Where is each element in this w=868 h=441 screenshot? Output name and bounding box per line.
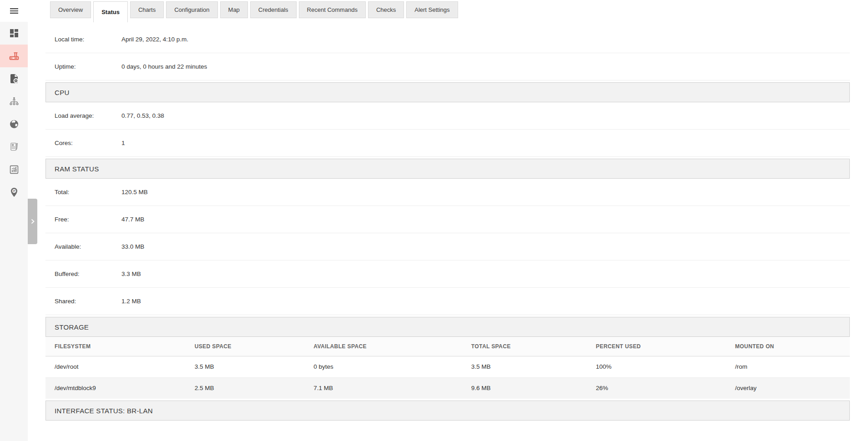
sidebar-nav: IP — [0, 22, 28, 204]
tab-bar: Overview Status Charts Configuration Map… — [45, 1, 850, 22]
cell-mounted-on: /overlay — [726, 377, 850, 399]
sidebar-header — [0, 0, 28, 22]
sitemap-icon — [9, 96, 20, 107]
cores-label: Cores: — [45, 140, 121, 146]
ram-available-value: 33.0 MB — [121, 243, 850, 250]
tab-configuration[interactable]: Configuration — [166, 1, 217, 18]
sidebar-item-map-pin[interactable]: IP — [0, 181, 28, 204]
sidebar-item-file-gear[interactable] — [0, 67, 28, 90]
file-gear-icon — [9, 73, 20, 84]
ram-shared-value: 1.2 MB — [121, 298, 850, 305]
tab-map[interactable]: Map — [220, 1, 248, 18]
storage-table-header-row: FILESYSTEM USED SPACE AVAILABLE SPACE TO… — [45, 337, 850, 356]
ram-free-row: Free: 47.7 MB — [45, 206, 850, 233]
dashboard-icon — [9, 28, 20, 39]
cores-value: 1 — [121, 140, 850, 146]
section-header-cpu: CPU — [45, 82, 850, 102]
ram-buffered-label: Buffered: — [45, 271, 121, 277]
tab-charts[interactable]: Charts — [130, 1, 164, 18]
tab-checks[interactable]: Checks — [368, 1, 404, 18]
storage-table: FILESYSTEM USED SPACE AVAILABLE SPACE TO… — [45, 337, 850, 399]
tab-recent-commands[interactable]: Recent Commands — [299, 1, 366, 18]
ram-total-row: Total: 120.5 MB — [45, 179, 850, 206]
ram-total-label: Total: — [45, 189, 121, 195]
cell-percent-used: 26% — [587, 377, 726, 399]
sidebar-item-dashboard[interactable] — [0, 22, 28, 45]
status-panel: Local time: April 29, 2022, 4:10 p.m. Up… — [45, 26, 850, 421]
notebook-icon — [9, 141, 20, 152]
cell-filesystem: /dev/mtdblock9 — [45, 377, 186, 399]
col-percent-used: PERCENT USED — [587, 337, 726, 356]
bar-chart-icon — [9, 164, 20, 175]
ram-free-value: 47.7 MB — [121, 216, 850, 223]
col-total-space: TOTAL SPACE — [462, 337, 587, 356]
col-used-space: USED SPACE — [186, 337, 305, 356]
ram-available-label: Available: — [45, 243, 121, 250]
router-icon — [9, 50, 20, 61]
tab-overview[interactable]: Overview — [50, 1, 91, 18]
cell-available-space: 0 bytes — [304, 356, 462, 377]
globe-icon — [9, 119, 20, 130]
sidebar-expand-handle[interactable] — [28, 199, 37, 244]
cell-total-space: 3.5 MB — [462, 356, 587, 377]
cell-mounted-on: /rom — [726, 356, 850, 377]
cell-available-space: 7.1 MB — [304, 377, 462, 399]
section-header-interface-br-lan: INTERFACE STATUS: BR-LAN — [45, 401, 850, 421]
sidebar-item-sitemap[interactable] — [0, 90, 28, 113]
tab-status[interactable]: Status — [93, 1, 128, 22]
load-average-row: Load average: 0.77, 0.53, 0.38 — [45, 102, 850, 130]
ram-total-value: 120.5 MB — [121, 189, 850, 195]
ram-shared-row: Shared: 1.2 MB — [45, 288, 850, 315]
load-average-value: 0.77, 0.53, 0.38 — [121, 112, 850, 119]
menu-icon — [9, 5, 20, 16]
sidebar-item-notebook[interactable] — [0, 135, 28, 158]
cell-filesystem: /dev/root — [45, 356, 186, 377]
uptime-label: Uptime: — [45, 63, 121, 70]
map-pin-icon: IP — [9, 187, 20, 198]
cell-used-space: 2.5 MB — [186, 377, 305, 399]
col-filesystem: FILESYSTEM — [45, 337, 186, 356]
cell-used-space: 3.5 MB — [186, 356, 305, 377]
section-header-storage: STORAGE — [45, 317, 850, 337]
section-header-ram: RAM STATUS — [45, 159, 850, 179]
sidebar: IP — [0, 0, 28, 441]
cell-percent-used: 100% — [587, 356, 726, 377]
storage-row-dev-root: /dev/root 3.5 MB 0 bytes 3.5 MB 100% /ro… — [45, 356, 850, 377]
local-time-value: April 29, 2022, 4:10 p.m. — [121, 36, 850, 43]
uptime-row: Uptime: 0 days, 0 hours and 22 minutes — [45, 53, 850, 80]
ram-available-row: Available: 33.0 MB — [45, 233, 850, 261]
sidebar-item-chart[interactable] — [0, 158, 28, 181]
hamburger-menu-button[interactable] — [5, 2, 23, 20]
ram-free-label: Free: — [45, 216, 121, 223]
ram-shared-label: Shared: — [45, 298, 121, 305]
svg-text:IP: IP — [13, 190, 15, 192]
chevron-right-icon — [30, 218, 35, 225]
local-time-row: Local time: April 29, 2022, 4:10 p.m. — [45, 26, 850, 53]
tab-alert-settings[interactable]: Alert Settings — [406, 1, 458, 18]
ram-buffered-row: Buffered: 3.3 MB — [45, 261, 850, 288]
col-available-space: AVAILABLE SPACE — [304, 337, 462, 356]
main-content: Overview Status Charts Configuration Map… — [45, 0, 850, 421]
sidebar-item-globe[interactable] — [0, 113, 28, 135]
load-average-label: Load average: — [45, 112, 121, 119]
cell-total-space: 9.6 MB — [462, 377, 587, 399]
ram-buffered-value: 3.3 MB — [121, 271, 850, 277]
col-mounted-on: MOUNTED ON — [726, 337, 850, 356]
cores-row: Cores: 1 — [45, 130, 850, 157]
sidebar-item-router[interactable] — [0, 45, 28, 67]
uptime-value: 0 days, 0 hours and 22 minutes — [121, 63, 850, 70]
local-time-label: Local time: — [45, 36, 121, 43]
tab-credentials[interactable]: Credentials — [250, 1, 297, 18]
storage-row-dev-mtdblock9: /dev/mtdblock9 2.5 MB 7.1 MB 9.6 MB 26% … — [45, 377, 850, 399]
